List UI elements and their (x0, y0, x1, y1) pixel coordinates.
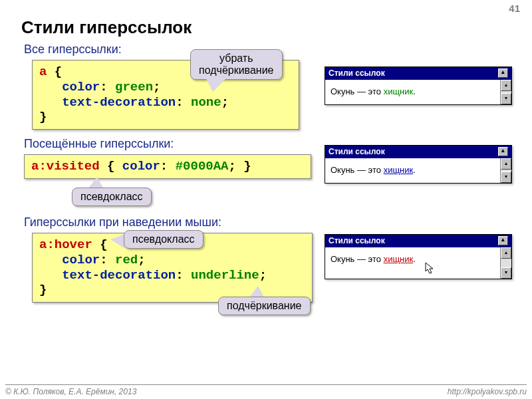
scrollbar-2[interactable]: ▴ ▾ (500, 158, 511, 183)
callout-pseudoclass-1: псевдокласс (72, 188, 152, 206)
callout-pseudoclass-2: псевдокласс (124, 230, 203, 249)
val-green: green (115, 80, 153, 94)
callout-tail (206, 78, 226, 92)
prop-color: color (39, 80, 100, 94)
scroll-up-icon-3[interactable]: ▴ (501, 247, 511, 259)
scrollbar-3[interactable]: ▴ ▾ (500, 247, 511, 279)
scrollbar[interactable]: ▴ ▾ (500, 80, 511, 104)
page-number: 41 (509, 3, 520, 14)
sentence-prefix: Окунь — это (331, 86, 384, 96)
up-icon-3[interactable]: ▴ (498, 236, 508, 245)
up-icon[interactable]: ▴ (498, 68, 508, 78)
scroll-down-icon-2[interactable]: ▾ (501, 172, 511, 183)
window-body-3: Окунь — это хищник. ▴ ▾ (325, 247, 511, 279)
val-red: red (115, 253, 138, 267)
window-titlebar: Стили ссылок ▴ (325, 67, 511, 80)
callout-tail-3 (110, 234, 125, 249)
browser-window-3: Стили ссылок ▴ Окунь — это хищник. ▴ ▾ (325, 234, 512, 279)
window-titlebar-3: Стили ссылок ▴ (325, 235, 511, 247)
heading-all-links: Все гиперссылки: (24, 43, 122, 57)
window-body-2: Окунь — это хищник. ▴ ▾ (325, 158, 511, 183)
prop-text-decoration-2: text-decoration (39, 268, 176, 283)
scroll-down-icon-3[interactable]: ▾ (501, 267, 511, 279)
val-none: none (191, 95, 221, 110)
browser-window-2: Стили ссылок ▴ Окунь — это хищник. ▴ ▾ (325, 145, 512, 184)
sentence-prefix-3: Окунь — это (331, 254, 384, 264)
code-block-visited: a:visited { color: #0000AA; } (24, 154, 311, 179)
page-title: Стили гиперссылок (21, 17, 192, 38)
scroll-up-icon[interactable]: ▴ (501, 80, 511, 91)
hyperlink-green[interactable]: хищник (384, 86, 414, 96)
selector-hover: a:hover (39, 237, 92, 252)
callout-underline: подчёркивание (218, 297, 311, 315)
scroll-down-icon[interactable]: ▾ (501, 93, 511, 104)
heading-visited: Посещённые гиперссылки: (24, 137, 174, 151)
val-underline: underline (191, 268, 259, 283)
window-title-text-2: Стили ссылок (329, 147, 385, 156)
footer-url: http://kpolyakov.spb.ru (448, 387, 527, 396)
sentence-prefix-2: Окунь — это (331, 165, 384, 175)
callout-remove-underline: убрать подчёркивание (190, 49, 283, 80)
window-title-text: Стили ссылок (329, 68, 385, 78)
heading-hover: Гиперссылки при наведении мыши: (24, 215, 221, 229)
footer: © К.Ю. Поляков, Е.А. Ерёмин, 2013 http:/… (5, 384, 527, 396)
window-body: Окунь — это хищник. ▴ ▾ (325, 80, 511, 104)
up-icon-2[interactable]: ▴ (498, 147, 508, 156)
copyright: © К.Ю. Поляков, Е.А. Ерёмин, 2013 (5, 387, 136, 396)
selector-a: a (39, 65, 47, 79)
window-title-text-3: Стили ссылок (329, 236, 385, 245)
hyperlink-visited[interactable]: хищник (384, 165, 414, 175)
cursor-icon (425, 262, 436, 275)
prop-color-2: color (122, 159, 160, 174)
hyperlink-hover[interactable]: хищник (384, 254, 414, 264)
scroll-up-icon-2[interactable]: ▴ (501, 158, 511, 170)
selector-visited: a:visited (31, 159, 100, 174)
browser-window-1: Стили ссылок ▴ Окунь — это хищник. ▴ ▾ (325, 66, 512, 105)
val-hex: #0000AA (176, 159, 229, 174)
prop-text-decoration: text-decoration (39, 95, 176, 110)
window-titlebar-2: Стили ссылок ▴ (325, 146, 511, 158)
prop-color-3: color (39, 253, 100, 267)
